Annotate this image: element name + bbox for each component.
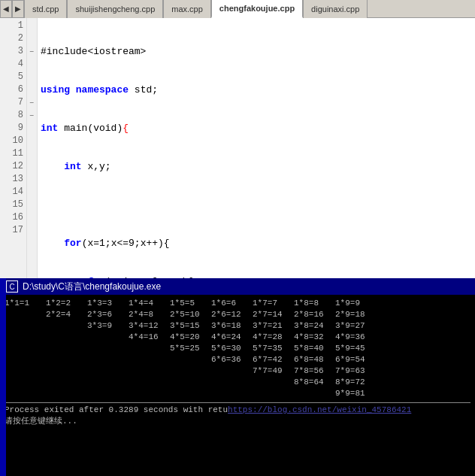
editor-container: ◀ ▶ std.cpp shuijishengcheng.cpp max.cpp… — [0, 0, 475, 278]
tab-shuiji[interactable]: shuijishengcheng.cpp — [67, 0, 163, 18]
press-any-key-text: 请按任意键继续... — [5, 416, 77, 427]
table-row-8: 8*8=64 8*9=72 — [5, 377, 470, 388]
table-row-4: 4*4=16 4*5=20 4*6=24 4*7=28 4*8=32 4*9=3… — [5, 332, 470, 343]
table-row-1: 1*1=1 1*2=2 1*3=3 1*4=4 1*5=5 1*6=6 1*7=… — [5, 298, 470, 309]
table-row-5: 5*5=25 5*6=30 5*7=35 5*8=40 5*9=45 — [5, 343, 470, 354]
table-row-9: 9*9=81 — [5, 388, 470, 399]
table-row-7: 7*7=49 7*8=56 7*9=63 — [5, 365, 470, 377]
left-side-indicator — [0, 278, 6, 476]
tab-nav-right[interactable]: ▶ — [12, 0, 24, 18]
code-content[interactable]: #include<iostream> using namespace std; … — [38, 18, 475, 278]
terminal-divider — [5, 402, 470, 403]
terminal-title: D:\study\C语言\chengfakoujue.exe — [23, 280, 161, 293]
line-numbers: 1 2 3 4 5 6 7 8 9 10 11 12 13 14 15 16 1… — [0, 18, 27, 278]
code-line-5 — [41, 199, 472, 211]
terminal-container: C D:\study\C语言\chengfakoujue.exe 1*1=1 1… — [0, 278, 475, 476]
tab-nav-left[interactable]: ◀ — [0, 0, 12, 18]
table-row-6: 6*6=36 6*7=42 6*8=48 6*9=54 — [5, 354, 470, 365]
code-line-1: #include<iostream> — [41, 45, 472, 58]
code-line-3: int main(void){ — [41, 122, 472, 135]
terminal-body: 1*1=1 1*2=2 1*3=3 1*4=4 1*5=5 1*6=6 1*7=… — [0, 295, 475, 476]
watermark-link[interactable]: https://blog.csdn.net/weixin_45786421 — [228, 405, 411, 416]
terminal-titlebar: C D:\study\C语言\chengfakoujue.exe — [0, 278, 475, 295]
tab-max[interactable]: max.cpp — [163, 0, 211, 18]
code-line-2: using namespace std; — [41, 83, 472, 96]
tab-digui[interactable]: diguinaxi.cpp — [303, 0, 368, 18]
code-line-4: int x,y; — [41, 160, 472, 173]
table-row-2: 2*2=4 2*3=6 2*4=8 2*5=10 2*6=12 2*7=14 2… — [5, 309, 470, 320]
terminal-icon: C — [6, 280, 18, 293]
table-row-3: 3*3=9 3*4=12 3*5=15 3*6=18 3*7=21 3*8=24… — [5, 320, 470, 332]
tab-bar: ◀ ▶ std.cpp shuijishengcheng.cpp max.cpp… — [0, 0, 475, 18]
code-area: 1 2 3 4 5 6 7 8 9 10 11 12 13 14 15 16 1… — [0, 18, 475, 278]
app-container: ◀ ▶ std.cpp shuijishengcheng.cpp max.cpp… — [0, 0, 475, 476]
code-line-6: for(x=1;x<=9;x++){ — [41, 237, 472, 250]
fold-indicators: − − − — [27, 18, 38, 278]
tab-std-cpp[interactable]: std.cpp — [24, 0, 67, 18]
process-exit-text: Process exited after 0.3289 seconds with… — [5, 405, 228, 416]
press-any-key-row: 请按任意键继续... — [5, 416, 470, 427]
process-exit-row: Process exited after 0.3289 seconds with… — [5, 405, 470, 416]
tab-chengfa[interactable]: chengfakoujue.cpp — [211, 0, 303, 18]
